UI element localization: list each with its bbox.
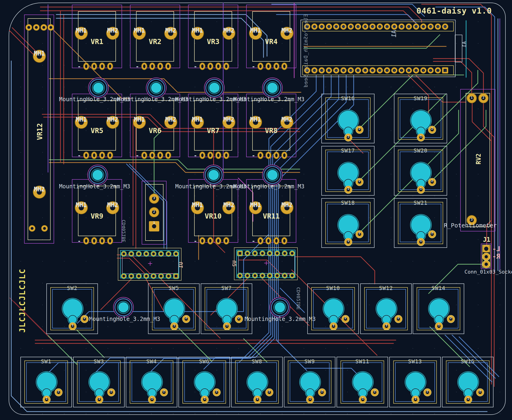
vr2-footprint[interactable]: MH1 MH2 VR2 - <box>136 11 174 62</box>
pin1-marker: - <box>78 238 81 244</box>
switch-sw20[interactable]: SW20 1 2 <box>394 146 447 195</box>
vr-ref-label: VR6 <box>137 127 174 135</box>
socket-pad: 12 <box>362 68 368 73</box>
pad-number: 2 <box>431 231 433 235</box>
switch-sw5[interactable]: SW5 1 2 <box>148 284 200 334</box>
vr3-footprint[interactable]: MH1 MH2 VR3 - <box>194 11 232 62</box>
vr8-footprint[interactable]: MH1 MH2 VR8 - <box>252 100 290 151</box>
pad-number: 2 <box>397 316 399 320</box>
switch-sw11[interactable]: SW11 1 2 <box>337 357 388 407</box>
switch-sw9[interactable]: SW9 1 2 <box>284 357 335 407</box>
rv2-pad-2: 2 <box>479 93 488 103</box>
socket-pad: 39 <box>435 24 441 30</box>
switch-ref-label: SW16 <box>322 95 374 101</box>
switch-plate-notch <box>95 389 103 397</box>
pin1-marker: - <box>252 238 255 244</box>
mh2-label: MH2 <box>223 116 234 123</box>
pad-number: 10 <box>378 69 381 72</box>
switch-ref-label: SW1 <box>21 358 71 365</box>
pad-number: 3 <box>430 69 431 72</box>
socket-pad: 11 <box>370 68 375 73</box>
mh1-label: MH1 <box>76 27 87 34</box>
switch-pad-2: 2 <box>447 315 454 322</box>
pad-number: 38 <box>429 25 432 28</box>
vr5-footprint[interactable]: MH1 MH2 VR5 - <box>78 100 116 151</box>
vr7-footprint[interactable]: MH1 MH2 VR7 - <box>194 100 232 151</box>
pad-number: 11 <box>371 69 374 72</box>
switch-pad-1: 1 <box>465 396 472 403</box>
pad-number: 2 <box>431 127 433 130</box>
vr-pin-row <box>258 238 287 244</box>
pad-number: 3 <box>471 218 473 221</box>
switch-ref-label: SW6 <box>179 358 230 365</box>
socket-pad: 27 <box>348 24 354 30</box>
daisy-seed-socket[interactable]: 21 22 23 24 25 26 27 28 29 30 31 32 33 3… <box>301 20 456 77</box>
u2-ic-socket[interactable] <box>234 247 298 280</box>
switch-sw3[interactable]: SW3 1 2 <box>73 357 125 407</box>
switch-sw10[interactable]: SW10 1 2 <box>307 284 359 334</box>
pad-number: 40 <box>444 25 446 28</box>
switch-sw1[interactable]: SW1 1 2 <box>20 357 72 407</box>
switch-sw19[interactable]: SW19 1 2 <box>394 94 447 143</box>
vr12-pad <box>41 225 48 232</box>
switch-plate-notch <box>435 315 443 323</box>
mh2-label: MH2 <box>282 202 293 209</box>
socket-pad: 31 <box>377 24 383 30</box>
mh1-label: MH1 <box>192 202 203 209</box>
switch-sw6[interactable]: SW6 1 2 <box>178 357 230 407</box>
vr12-pad <box>41 24 47 30</box>
pcb-canvas[interactable]: 0461-daisy v1.0 MH1 MH2 VR12 JLCJLCJLCJL… <box>0 0 512 420</box>
pad-number: 1 <box>420 187 422 190</box>
vr10-footprint[interactable]: MH1 MH2 VR10 - <box>194 186 232 236</box>
u1-ic-socket[interactable] <box>118 248 182 281</box>
socket-pad: 13 <box>355 68 361 73</box>
pad-number: 28 <box>356 25 359 28</box>
vr11-footprint[interactable]: MH1 MH2 VR11 - <box>252 186 290 236</box>
switch-sw2[interactable]: SW2 1 2 <box>46 284 98 334</box>
socket-pad: 2 <box>435 68 441 73</box>
switch-sw13[interactable]: SW13 1 2 <box>389 357 441 407</box>
switch-sw15[interactable]: SW15 1 2 <box>442 357 493 407</box>
switch-pad-2: 2 <box>395 315 402 322</box>
switch-pad-1: 1 <box>412 396 419 403</box>
j1-l-label: L- <box>492 245 500 253</box>
switch-pad-1: 1 <box>417 239 424 246</box>
pad-number: 1 <box>46 397 48 400</box>
switch-sw8[interactable]: SW8 1 2 <box>231 357 283 407</box>
switch-sw4[interactable]: SW4 1 2 <box>126 357 177 407</box>
mh1-label: MH1 <box>192 27 203 34</box>
mh1-label: MH1 <box>134 116 145 123</box>
switch-sw18[interactable]: SW18 1 2 <box>321 198 375 248</box>
vr-ref-label: VR7 <box>195 127 232 135</box>
pad-number: 3 <box>153 196 155 200</box>
pad-number: 15 <box>342 69 345 72</box>
pad-number: 9 <box>386 69 388 72</box>
switch-ref-label: SW13 <box>390 358 440 365</box>
switch-pad-1: 1 <box>417 134 424 141</box>
switch-pad-1: 1 <box>417 186 424 193</box>
j1-pad-2 <box>483 253 490 260</box>
switch-ref-label: SW8 <box>232 358 282 365</box>
vr12-mh1-label: MH1 <box>34 50 45 57</box>
pad-number: 1 <box>256 397 258 400</box>
vr4-footprint[interactable]: MH1 MH2 VR4 - <box>252 11 290 62</box>
switch-sw17[interactable]: SW17 1 2 <box>321 146 375 195</box>
pad-number: 16 <box>335 69 338 72</box>
mh1-label: MH1 <box>250 116 261 123</box>
vr6-footprint[interactable]: MH1 MH2 VR6 - <box>136 100 174 151</box>
switch-sw14[interactable]: SW14 1 2 <box>413 284 464 334</box>
vr9-footprint[interactable]: MH1 MH2 VR9 - <box>78 186 116 236</box>
pad-number: 2 <box>374 389 376 393</box>
socket-pad: 32 <box>384 24 390 30</box>
mh2-label: MH2 <box>107 27 118 34</box>
switch-sw12[interactable]: SW12 1 2 <box>360 284 412 334</box>
switch-sw16[interactable]: SW16 1 2 <box>321 94 375 143</box>
switch-pad-1: 1 <box>96 396 103 403</box>
pad-number: 1 <box>438 323 440 327</box>
switch-sw7[interactable]: SW7 1 2 <box>201 284 252 334</box>
switch-sw21[interactable]: SW21 1 2 <box>394 198 447 248</box>
pad-number: 2 <box>163 389 165 393</box>
socket-ref-label-mirror: A1 <box>461 41 467 48</box>
switch-ref-label: SW9 <box>284 358 335 365</box>
vr1-footprint[interactable]: MH1 MH2 VR1 - <box>78 11 116 62</box>
